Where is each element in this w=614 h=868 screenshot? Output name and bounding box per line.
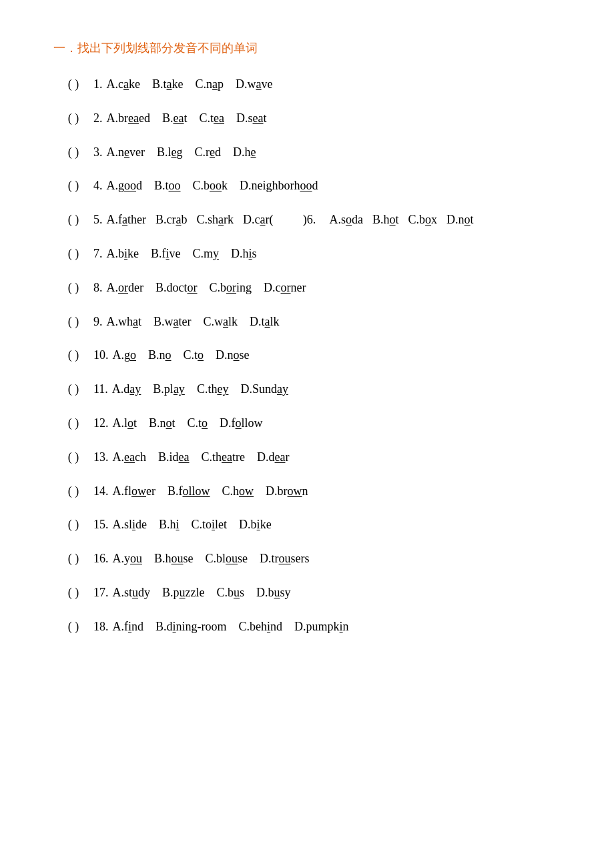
underlined-letter: i: [340, 620, 343, 633]
underlined-letter: a: [123, 77, 129, 91]
option-label: B.: [158, 450, 170, 464]
option-label: C.: [197, 382, 208, 396]
option: B.eat: [162, 109, 188, 128]
underlined-letter: e: [172, 145, 177, 159]
question-number: 13.: [93, 448, 109, 467]
option: A.lot: [113, 414, 137, 433]
title: 一．找出下列划线部分发音不同的单词: [53, 40, 561, 56]
option: B.play: [153, 380, 185, 399]
question-row: ( )3.A.neverB.legC.redD.he: [53, 143, 561, 162]
option: C.behind: [239, 617, 283, 636]
option: A.each: [113, 448, 146, 467]
option-label: C.: [188, 416, 199, 430]
option: B.dining-room: [156, 617, 227, 636]
option-label: A.: [113, 416, 125, 430]
bracket: ( ): [53, 176, 93, 195]
question-row: ( )1.A.cakeB.takeC.napD.wave: [53, 75, 561, 94]
question-row: ( )18.A.findB.dining-roomC.behindD.pumpk…: [53, 617, 561, 636]
option: B.leg: [157, 143, 183, 162]
underlined-letter: o: [202, 416, 208, 430]
option-label: D.: [233, 145, 245, 159]
option: D.follow: [220, 414, 263, 433]
option-label: B.: [162, 111, 174, 125]
option-label: D.: [220, 416, 232, 430]
option: D.not: [446, 210, 474, 230]
option: C.toilet: [192, 515, 228, 534]
option-label: C.: [204, 315, 215, 328]
question-row: ( )15.A.slideB.hiC.toiletD.bike: [53, 515, 561, 534]
options-container: A.studyB.puzzleC.busD.busy: [113, 583, 291, 602]
option: D.he: [233, 143, 256, 162]
option-label: B.: [152, 77, 164, 91]
option-label: C.: [192, 518, 203, 531]
option-label: B.: [153, 382, 164, 396]
option-label: D.: [236, 111, 248, 125]
underlined-letter: ou: [226, 552, 238, 565]
option-label: C.: [196, 77, 207, 91]
question-row-5-6: ( )5.A.fatherB.crabC.sharkD.car()6.A.sod…: [53, 210, 561, 230]
option: D.wave: [236, 75, 273, 94]
option: D.corner: [264, 278, 306, 298]
option: D.neighborhood: [240, 176, 318, 195]
options-container: A.slideB.hiC.toiletD.bike: [113, 515, 272, 534]
bracket: ( ): [53, 482, 93, 501]
underlined-letter: oo: [210, 179, 222, 192]
option-label: C.: [193, 179, 204, 192]
option: B.house: [154, 549, 194, 568]
option: A.breaed: [107, 109, 150, 128]
underlined-letter: ay: [277, 382, 288, 396]
question-row: ( )2.A.breaedB.eatC.teaD.seat: [53, 109, 561, 128]
option-label: B.: [148, 348, 160, 362]
option-label: A.: [107, 281, 119, 294]
underlined-letter: i: [212, 518, 215, 531]
options-container: A.breaedB.eatC.teaD.seat: [107, 109, 267, 128]
option: A.day: [112, 380, 141, 399]
options-container: A.orderB.doctorC.boringD.corner: [107, 278, 306, 298]
question-row: ( )12.A.lotB.notC.toD.follow: [53, 414, 561, 433]
option: C.shark: [196, 210, 234, 230]
option-label: B.: [156, 281, 167, 294]
underlined-letter: ay: [129, 382, 141, 396]
underlined-letter: oo: [169, 179, 181, 192]
question-number: 8.: [93, 278, 103, 298]
option: C.how: [222, 482, 254, 501]
option: C.bus: [217, 583, 245, 602]
underlined-letter: y: [213, 247, 219, 260]
option-label: C.: [222, 484, 234, 498]
option: B.take: [152, 75, 184, 94]
underlined-letter: u: [274, 586, 280, 599]
option: B.hi: [159, 515, 180, 534]
options-container: A.goB.noC.toD.nose: [113, 346, 250, 365]
option-label: C.: [200, 111, 211, 125]
option: C.to: [188, 414, 208, 433]
underlined-letter: ow: [288, 484, 302, 498]
option: D.brown: [266, 482, 308, 501]
option-label: D.: [264, 281, 276, 294]
option-label: A.: [107, 77, 119, 91]
option: A.go: [113, 346, 137, 365]
bracket: ( ): [53, 515, 93, 534]
option-label: B.: [162, 586, 174, 599]
underlined-letter: ey: [217, 382, 228, 396]
underlined-letter: or: [226, 281, 236, 294]
underlined-letter: ow: [239, 484, 254, 498]
question-row: ( )8.A.orderB.doctorC.boringD.corner: [53, 278, 561, 298]
option: B.too: [154, 176, 181, 195]
question-number: 1.: [93, 75, 103, 94]
option-label: B.: [154, 179, 166, 192]
option-label: A.: [107, 247, 119, 260]
options-container: A.lotB.notC.toD.follow: [113, 414, 263, 433]
option: C.my: [193, 244, 220, 264]
option: D.trousers: [260, 549, 310, 568]
bracket: ( ): [53, 448, 93, 467]
option: B.follow: [168, 482, 210, 501]
bracket-6: )6.: [290, 210, 330, 230]
option-label: A.: [112, 382, 124, 396]
underlined-letter: o: [234, 348, 240, 362]
question-number: 9.: [93, 312, 103, 332]
option: A.order: [107, 278, 143, 298]
option: B.crab: [156, 210, 188, 230]
option-label: D.: [256, 586, 268, 599]
question-number: 16.: [93, 549, 109, 568]
option-label: D.: [231, 247, 243, 260]
